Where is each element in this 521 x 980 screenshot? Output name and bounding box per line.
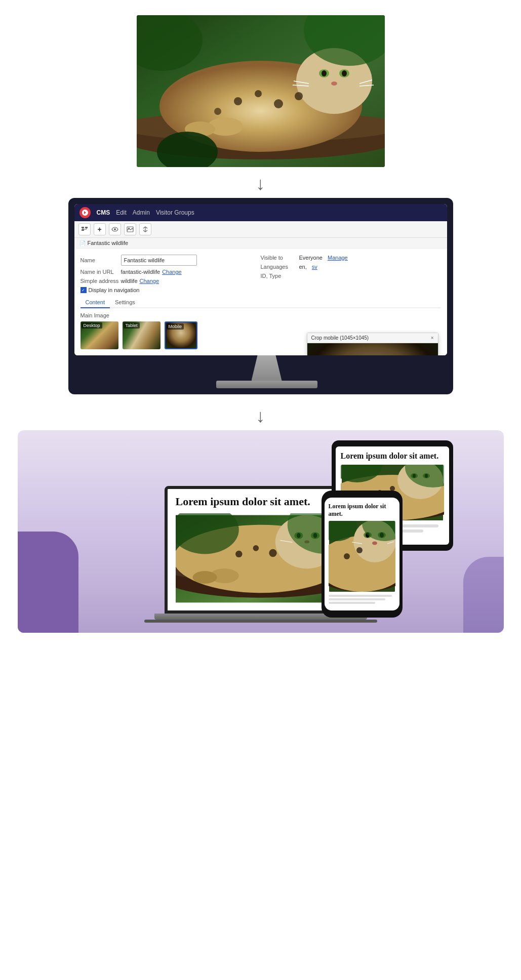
phone-content-lines (329, 595, 395, 604)
tablet-preview-image: Tablet (123, 321, 161, 349)
svg-point-76 (356, 547, 363, 553)
svg-point-13 (274, 99, 283, 108)
name-input[interactable] (121, 255, 197, 266)
name-in-url-label: Name in URL (81, 269, 121, 275)
cms-nav-edit[interactable]: Edit (116, 209, 127, 216)
name-label: Name (81, 257, 121, 263)
devices-section: Lorem ipsum dolor sit amet. (18, 430, 504, 633)
phone-title: Lorem ipsum dolor sit amet. (329, 503, 395, 518)
toolbar-btn-image[interactable] (124, 223, 136, 235)
toolbar-btn-arrows[interactable] (139, 223, 151, 235)
image-previews: Desktop Tablet (81, 321, 197, 349)
svg-rect-25 (82, 227, 84, 228)
svg-point-14 (214, 108, 221, 115)
visible-to-value: Everyone (299, 255, 323, 261)
display-in-nav-label: Display in navigation (89, 287, 140, 293)
monitor-stand (74, 355, 459, 388)
svg-point-10 (331, 81, 337, 86)
svg-point-75 (344, 553, 350, 559)
svg-point-45 (235, 551, 242, 557)
svg-point-49 (192, 571, 217, 584)
crop-popup-close-btn[interactable]: × (431, 335, 434, 341)
laptop-leopard-image (176, 513, 346, 604)
cms-nav-cms[interactable]: CMS (97, 209, 110, 216)
laptop-title: Lorem ipsum dolor sit amet. (176, 495, 346, 508)
stand-base (216, 381, 317, 388)
languages-label: Languages (261, 264, 296, 270)
tablet-preview[interactable]: Tablet (123, 321, 161, 349)
desktop-preview[interactable]: Desktop (81, 321, 118, 349)
languages-link[interactable]: sv (312, 264, 317, 270)
simple-address-label: Simple address (81, 278, 121, 284)
desktop-label: Desktop (82, 322, 102, 329)
arrow-2: ↓ (256, 397, 266, 430)
cms-breadcrumb: 📄 Fantastic wildlife (74, 238, 447, 249)
simple-address-change-link[interactable]: Change (140, 278, 159, 284)
cms-section: CMS Edit Admin Visitor Groups + 📄 Fanta (68, 198, 453, 394)
toolbar-btn-eye[interactable] (109, 223, 121, 235)
mobile-preview-image: Mobile (165, 321, 197, 349)
laptop-bottom (144, 620, 377, 623)
phone-device: Lorem ipsum dolor sit amet. (322, 491, 403, 618)
toolbar-btn-tree[interactable] (78, 223, 91, 235)
phone-screen: Lorem ipsum dolor sit amet. (325, 498, 399, 610)
visible-to-label: Visible to (261, 255, 296, 261)
cms-logo (79, 207, 91, 218)
breadcrumb-text: Fantastic wildlife (88, 240, 129, 246)
crop-popup-header: Crop mobile (1045×1045) × (307, 333, 438, 343)
svg-point-46 (253, 545, 259, 551)
simple-address-value: wildlife (121, 278, 138, 284)
tablet-label: Tablet (124, 322, 140, 329)
svg-point-74 (372, 542, 377, 545)
svg-point-15 (295, 92, 303, 100)
svg-rect-26 (85, 227, 88, 228)
svg-point-47 (269, 549, 276, 557)
crop-image-area (307, 343, 438, 355)
display-in-nav-checkbox[interactable]: ✓ (81, 287, 87, 293)
svg-point-12 (255, 90, 262, 97)
top-photo-section (0, 0, 521, 172)
cms-form-content: Name Name in URL fantastic-wildlife Chan… (74, 249, 447, 355)
stand-neck (252, 355, 282, 381)
main-image-label: Main Image (81, 312, 197, 318)
desktop-preview-image: Desktop (81, 321, 118, 349)
main-leopard-image (137, 15, 385, 167)
id-type-label: ID, Type (261, 273, 296, 279)
cms-topbar: CMS Edit Admin Visitor Groups (74, 204, 447, 221)
tab-content[interactable]: Content (81, 297, 110, 308)
svg-point-31 (114, 228, 116, 230)
phone-frame: Lorem ipsum dolor sit amet. (322, 491, 403, 618)
languages-value: en, (299, 264, 307, 270)
manage-link[interactable]: Manage (328, 255, 348, 261)
svg-point-11 (234, 97, 242, 105)
crop-popup: Crop mobile (1045×1045) × Width must be … (307, 333, 438, 355)
cms-toolbar: + (74, 221, 447, 238)
toolbar-btn-add[interactable]: + (94, 223, 106, 235)
tab-settings[interactable]: Settings (110, 297, 140, 307)
mobile-preview[interactable]: Mobile (165, 321, 197, 349)
mobile-label: Mobile (167, 323, 184, 330)
crop-popup-title: Crop mobile (1045×1045) (311, 335, 369, 341)
cms-nav-admin[interactable]: Admin (133, 209, 150, 216)
arrow-1: ↓ (256, 172, 266, 195)
svg-point-8 (322, 70, 327, 76)
name-in-url-change-link[interactable]: Change (162, 269, 182, 275)
phone-leopard-image (329, 521, 395, 592)
tablet-title: Lorem ipsum dolor sit amet. (341, 452, 444, 461)
svg-point-9 (342, 70, 347, 76)
name-in-url-value: fantastic-wildlife (121, 269, 161, 275)
cms-nav-visitor-groups[interactable]: Visitor Groups (156, 209, 194, 216)
phone-notch (349, 493, 375, 497)
cms-tabs: Content Settings (81, 297, 441, 308)
